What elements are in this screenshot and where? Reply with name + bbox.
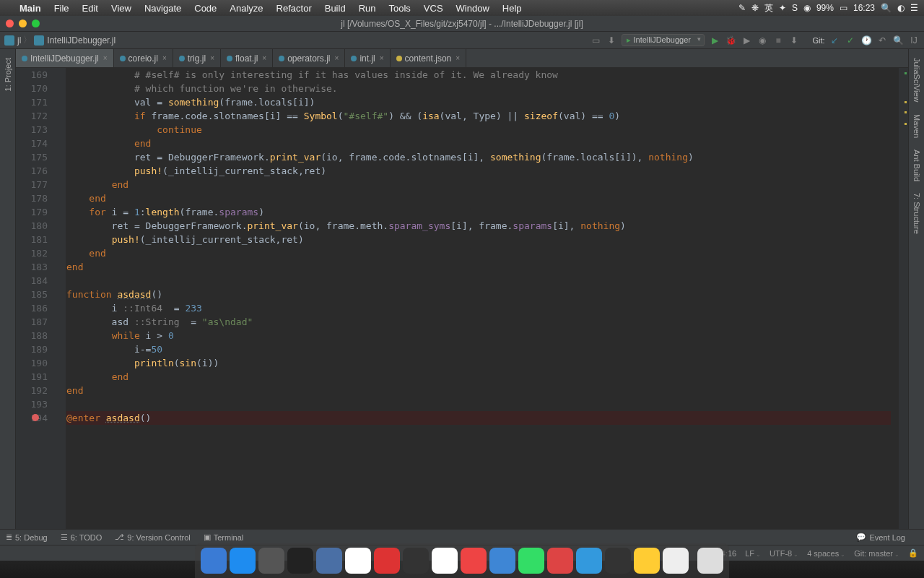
attach-icon[interactable]: ⬇ <box>788 35 800 46</box>
dock-iterm-icon[interactable] <box>403 548 429 574</box>
wifi-icon[interactable]: ◉ <box>803 3 811 13</box>
dock-intellij-icon[interactable] <box>605 548 631 574</box>
fold-column[interactable] <box>56 68 66 529</box>
breadcrumb-sep: 〉 <box>23 34 32 46</box>
tool-debug[interactable]: ≣ 5: Debug <box>6 532 48 542</box>
status-lock-icon[interactable]: 🔒 <box>908 548 918 558</box>
dock-vscode-icon[interactable] <box>489 548 515 574</box>
tab-operators[interactable]: operators.jl× <box>273 49 345 67</box>
git-revert-icon[interactable]: ↶ <box>876 35 888 46</box>
menu-vcs[interactable]: VCS <box>417 3 450 14</box>
device-icon[interactable]: ▭ <box>590 35 601 46</box>
tab-coreio[interactable]: coreio.jl× <box>114 49 173 67</box>
dock-androidstudio-icon[interactable] <box>518 548 544 574</box>
minimize-button[interactable] <box>19 20 27 27</box>
coverage-icon[interactable]: ▶ <box>741 35 752 46</box>
menu-analyze[interactable]: Analyze <box>223 3 269 14</box>
menu-navigate[interactable]: Navigate <box>138 3 188 14</box>
menu-file[interactable]: File <box>48 3 76 14</box>
run-config-dropdown[interactable]: ▸ IntelliJDebugger <box>622 34 705 46</box>
breadcrumb-project[interactable]: jl <box>17 35 21 46</box>
tool-antbuild[interactable]: Ant Build <box>911 144 923 187</box>
close-icon[interactable]: × <box>456 54 460 62</box>
status-indent[interactable]: 4 spaces <box>807 549 845 558</box>
tool-terminal[interactable]: ▣ Terminal <box>204 532 244 542</box>
dock-telegram-icon[interactable] <box>576 548 602 574</box>
notif-icon[interactable]: ☰ <box>910 3 918 13</box>
dock-trash-icon[interactable] <box>697 548 723 574</box>
run-icon[interactable]: ▶ <box>709 35 720 46</box>
menu-edit[interactable]: Edit <box>76 3 105 14</box>
dock-terminal-icon[interactable] <box>287 548 313 574</box>
code-content[interactable]: # #self# is only interesting if it has v… <box>66 68 898 529</box>
maximize-button[interactable] <box>32 20 40 27</box>
tool-maven[interactable]: Maven <box>911 108 923 144</box>
siri-icon[interactable]: ◐ <box>897 3 905 13</box>
status-encoding[interactable]: UTF-8 <box>770 549 798 558</box>
dock-chrome-icon[interactable] <box>345 548 371 574</box>
dock-youdao-icon[interactable] <box>547 548 573 574</box>
s-icon[interactable]: S <box>792 3 798 13</box>
ime-icon[interactable]: ✎ <box>738 3 746 13</box>
menu-refactor[interactable]: Refactor <box>270 3 318 14</box>
dock-app-icon[interactable] <box>461 548 487 574</box>
ime-lang[interactable]: 英 <box>764 2 773 14</box>
toolbar: ▭ ⬇ ▸ IntelliJDebugger ▶ 🐞 ▶ ◉ ■ ⬇ Git: … <box>590 34 920 46</box>
tool-structure[interactable]: 7: Structure <box>911 187 923 240</box>
macos-dock[interactable] <box>195 543 729 578</box>
dock-finder-icon[interactable] <box>201 548 227 574</box>
editor-area: IntelliJDebugger.jl× coreio.jl× trig.jl×… <box>16 49 908 529</box>
menu-app[interactable]: Main <box>13 3 48 14</box>
clock[interactable]: 16:23 <box>853 3 875 13</box>
close-icon[interactable]: × <box>162 54 167 62</box>
event-log[interactable]: 💬 Event Log <box>856 532 905 542</box>
menu-build[interactable]: Build <box>318 3 352 14</box>
spotlight-icon[interactable]: 🔍 <box>881 3 892 13</box>
close-icon[interactable]: × <box>380 54 384 62</box>
tool-project[interactable]: 1: Project <box>2 52 14 97</box>
menu-run[interactable]: Run <box>352 3 383 14</box>
tab-trig[interactable]: trig.jl× <box>173 49 221 67</box>
tab-intellijdebugger[interactable]: IntelliJDebugger.jl× <box>16 49 114 67</box>
dock-appstore-icon[interactable] <box>230 548 256 574</box>
dock-qq-icon[interactable] <box>432 548 458 574</box>
git-update-icon[interactable]: ↙ <box>829 35 840 46</box>
close-button[interactable] <box>6 20 14 27</box>
error-stripe[interactable] <box>898 68 908 529</box>
status-line-ending[interactable]: LF <box>745 549 761 558</box>
ide-settings-icon[interactable]: IJ <box>908 35 920 46</box>
git-commit-icon[interactable]: ✓ <box>845 35 856 46</box>
status-git-branch[interactable]: Git: master <box>854 549 899 558</box>
dock-app-icon[interactable] <box>634 548 660 574</box>
menu-tools[interactable]: Tools <box>383 3 417 14</box>
tool-todo[interactable]: ☰ 6: TODO <box>61 532 103 542</box>
close-icon[interactable]: × <box>262 54 266 62</box>
dock-sysprefs-icon[interactable] <box>258 548 284 574</box>
menu-help[interactable]: Help <box>496 3 528 14</box>
tab-float[interactable]: float.jl× <box>221 49 273 67</box>
dock-netease-icon[interactable] <box>374 548 400 574</box>
close-icon[interactable]: × <box>335 54 339 62</box>
tool-vcs[interactable]: ⎇ 9: Version Control <box>115 532 190 542</box>
line-gutter[interactable]: 1691701711721731741751761771781791801811… <box>16 68 56 529</box>
menu-code[interactable]: Code <box>188 3 223 14</box>
breadcrumb-file[interactable]: IntelliJDebugger.jl <box>47 35 116 46</box>
tab-content-json[interactable]: content.json× <box>391 49 467 67</box>
tool-juliasciview[interactable]: JuliaSciView <box>911 52 923 108</box>
close-icon[interactable]: × <box>103 54 108 62</box>
close-icon[interactable]: × <box>210 54 214 62</box>
bluetooth-icon[interactable]: ❋ <box>751 3 759 13</box>
stop-icon[interactable]: ■ <box>772 35 784 46</box>
dock-java-icon[interactable] <box>663 548 689 574</box>
window-titlebar: jl [/Volumes/OS_X_Files/git/zxj5470/jl] … <box>0 16 924 32</box>
menu-view[interactable]: View <box>105 3 138 14</box>
search-icon[interactable]: 🔍 <box>892 35 904 46</box>
dock-app-icon[interactable] <box>316 548 342 574</box>
debug-icon[interactable]: 🐞 <box>725 35 736 46</box>
menu-window[interactable]: Window <box>450 3 496 14</box>
git-history-icon[interactable]: 🕐 <box>860 35 872 46</box>
profile-icon[interactable]: ◉ <box>757 35 768 46</box>
build-icon[interactable]: ⬇ <box>606 35 617 46</box>
code-editor[interactable]: 1691701711721731741751761771781791801811… <box>16 68 908 529</box>
tab-int[interactable]: int.jl× <box>345 49 390 67</box>
